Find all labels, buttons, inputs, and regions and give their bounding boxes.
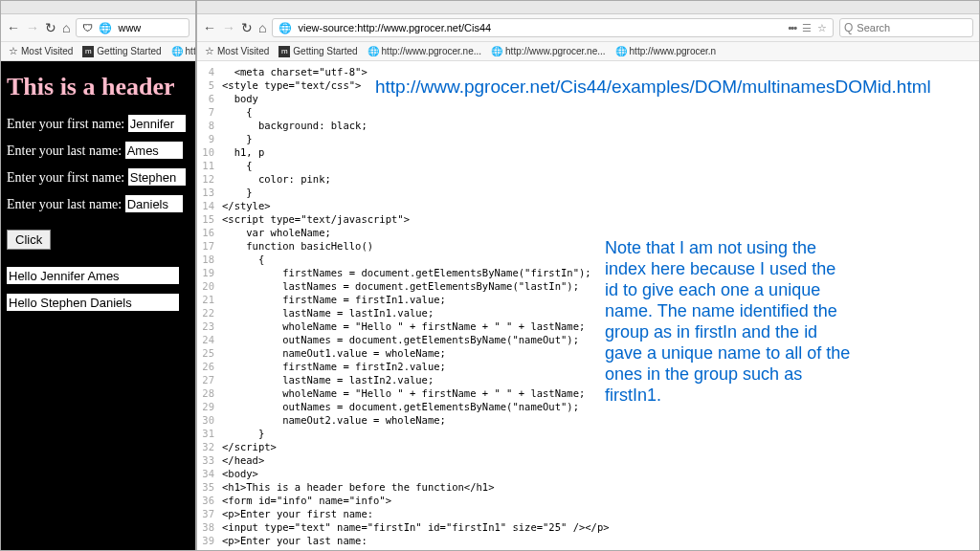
line-number: 25 bbox=[197, 346, 222, 360]
bookmark-star-icon[interactable]: ☆ bbox=[817, 22, 827, 34]
code-line: 12 color: pink; bbox=[197, 172, 688, 186]
bookmark-site1[interactable]: 🌐http://www.pgrocer.ne... bbox=[368, 46, 482, 56]
line-text: <p>Enter your first name: bbox=[222, 507, 373, 520]
forward-button[interactable]: → bbox=[222, 21, 235, 34]
star-icon: ☆ bbox=[205, 45, 214, 57]
back-button[interactable]: ← bbox=[203, 21, 216, 34]
globe-icon: 🌐 bbox=[171, 46, 183, 56]
line-text: firstName = firstIn1.value; bbox=[222, 293, 446, 306]
code-line: 31 } bbox=[197, 427, 688, 440]
line-text: nameOut2.value = wholeName; bbox=[222, 413, 446, 427]
source-view[interactable]: 4 <meta charset="utf-8">5<style type="te… bbox=[197, 61, 979, 550]
firstIn1[interactable] bbox=[128, 115, 186, 132]
line-number: 13 bbox=[197, 186, 222, 199]
line-number: 15 bbox=[197, 212, 222, 226]
line-number: 29 bbox=[197, 400, 222, 413]
line-number: 24 bbox=[197, 333, 222, 346]
line-text: lastName = lastIn2.value; bbox=[222, 373, 434, 386]
line-number: 26 bbox=[197, 360, 222, 373]
line-text: <meta charset="utf-8"> bbox=[222, 65, 368, 78]
code-line: 36<form id="info" name="info"> bbox=[197, 494, 688, 507]
line-number: 6 bbox=[197, 92, 222, 105]
line-text: <h1>This is a header before the function… bbox=[222, 480, 494, 494]
code-line: 32</script> bbox=[197, 440, 688, 453]
line-text: firstNames = document.getElementsByName(… bbox=[222, 266, 591, 279]
nameOut2[interactable] bbox=[7, 294, 179, 311]
line-text: } bbox=[222, 132, 253, 145]
line-number: 10 bbox=[197, 145, 222, 159]
code-line: 33</head> bbox=[197, 453, 688, 467]
line-number: 17 bbox=[197, 239, 222, 253]
line-number: 35 bbox=[197, 480, 222, 494]
label-last1: Enter your last name: bbox=[7, 143, 122, 158]
firstIn2[interactable] bbox=[128, 168, 186, 186]
home-button[interactable]: ⌂ bbox=[258, 21, 266, 34]
url-text: view-source:http://www.pgrocer.net/Cis44 bbox=[298, 22, 491, 33]
line-text: { bbox=[222, 159, 253, 172]
code-line: 39<p>Enter your last name: bbox=[197, 534, 688, 547]
most-visited[interactable]: ☆Most Visited bbox=[205, 45, 269, 57]
line-number: 38 bbox=[197, 520, 222, 534]
shield-icon: 🛡 bbox=[82, 22, 93, 33]
bookmarks-bar: ☆Most Visited mGetting Started 🌐http:// bbox=[1, 42, 195, 61]
line-number: 12 bbox=[197, 172, 222, 186]
getting-started[interactable]: mGetting Started bbox=[278, 46, 357, 57]
line-text: function basicHello() bbox=[222, 239, 373, 253]
back-button[interactable]: ← bbox=[7, 21, 20, 34]
line-number: 20 bbox=[197, 279, 222, 293]
line-text: wholeName = "Hello " + firstName + " " +… bbox=[222, 386, 585, 400]
line-text: </head> bbox=[222, 453, 264, 467]
tab-bar[interactable] bbox=[1, 1, 195, 14]
line-text: <style type="text/css"> bbox=[222, 78, 361, 92]
label-first2: Enter your first name: bbox=[7, 170, 124, 185]
line-number: 11 bbox=[197, 159, 222, 172]
reader-icon[interactable]: ☰ bbox=[802, 22, 812, 34]
page-content: This is a header Enter your first name: … bbox=[1, 61, 195, 550]
line-text: <body> bbox=[222, 467, 258, 480]
code-line: 14</style> bbox=[197, 199, 688, 212]
nameOut1[interactable] bbox=[7, 267, 179, 284]
annotation-url: http://www.pgrocer.net/Cis44/examples/DO… bbox=[375, 77, 931, 98]
bookmark-site3[interactable]: 🌐http://www.pgrocer.n bbox=[615, 46, 717, 56]
menu-dots-icon[interactable]: ••• bbox=[788, 22, 796, 33]
url-bar[interactable]: 🛡 🌐 www bbox=[76, 18, 189, 37]
url-bar[interactable]: 🌐 view-source:http://www.pgrocer.net/Cis… bbox=[272, 18, 834, 37]
line-number: 37 bbox=[197, 507, 222, 520]
tab-bar[interactable] bbox=[197, 1, 979, 14]
line-number: 27 bbox=[197, 373, 222, 386]
bookmark-site1[interactable]: 🌐http:// bbox=[171, 46, 195, 56]
forward-button[interactable]: → bbox=[26, 21, 39, 34]
search-box[interactable]: Q bbox=[839, 18, 973, 37]
lastIn2[interactable] bbox=[125, 195, 183, 212]
line-number: 32 bbox=[197, 440, 222, 453]
line-number: 7 bbox=[197, 105, 222, 119]
most-visited[interactable]: ☆Most Visited bbox=[9, 45, 73, 57]
reload-button[interactable]: ↻ bbox=[45, 21, 56, 34]
home-button[interactable]: ⌂ bbox=[62, 21, 70, 34]
line-number: 31 bbox=[197, 427, 222, 440]
code-line: 15<script type="text/javascript"> bbox=[197, 212, 688, 226]
reload-button[interactable]: ↻ bbox=[241, 21, 253, 34]
code-line: 9 } bbox=[197, 132, 688, 145]
bookmark-site2[interactable]: 🌐http://www.pgrocer.ne... bbox=[491, 46, 606, 56]
line-text: lastNames = document.getElementsByName("… bbox=[222, 279, 579, 293]
line-number: 18 bbox=[197, 253, 222, 266]
code-line: 38<input type="text" name="firstIn" id="… bbox=[197, 520, 688, 534]
url-text: www bbox=[118, 22, 141, 33]
star-icon: ☆ bbox=[9, 45, 18, 57]
line-number: 14 bbox=[197, 199, 222, 212]
lastIn1[interactable] bbox=[125, 142, 183, 159]
globe-icon: 🌐 bbox=[368, 46, 379, 56]
line-number: 34 bbox=[197, 467, 222, 480]
line-number: 36 bbox=[197, 494, 222, 507]
search-input[interactable] bbox=[857, 22, 969, 33]
getting-started[interactable]: mGetting Started bbox=[82, 46, 161, 57]
click-button[interactable]: Click bbox=[7, 230, 51, 250]
code-line: 30 nameOut2.value = wholeName; bbox=[197, 413, 688, 427]
line-text: background: black; bbox=[222, 119, 368, 132]
line-text: <input type="text" name="firstIn" id="fi… bbox=[222, 520, 610, 534]
line-text: } bbox=[222, 427, 264, 440]
line-number: 22 bbox=[197, 306, 222, 320]
line-text: nameOut1.value = wholeName; bbox=[222, 346, 446, 360]
line-text: outNames = document.getElementsByName("n… bbox=[222, 400, 579, 413]
